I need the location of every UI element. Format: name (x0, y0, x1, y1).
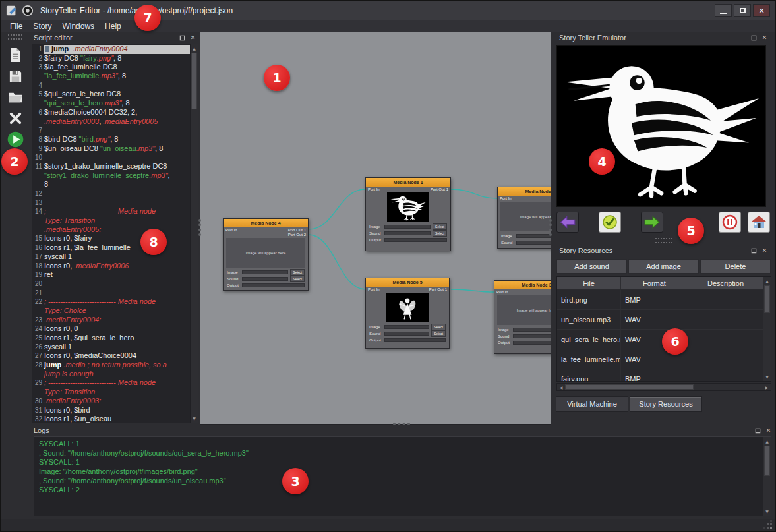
code-line[interactable]: 23.mediaEntry0004: (32, 316, 190, 325)
close-button[interactable]: ✕ (753, 4, 770, 17)
node-select-button[interactable]: Select (431, 330, 446, 337)
table-row[interactable]: un_oiseau.mp3WAV (557, 310, 763, 330)
code-line[interactable]: 19ret (32, 270, 190, 280)
port-in[interactable]: Port In (496, 290, 508, 295)
scroll-down-icon[interactable]: ▼ (191, 416, 198, 421)
pause-button[interactable] (719, 212, 741, 233)
code-line[interactable]: 26syscall 1 (32, 343, 190, 352)
code-line[interactable]: Type: Choice (32, 307, 190, 316)
code-line[interactable]: 30.mediaEntry0003: (32, 397, 190, 406)
code-line[interactable]: 13 (32, 198, 190, 208)
home-button[interactable] (748, 212, 770, 233)
code-line[interactable]: 24Icons r0, 0 (32, 324, 190, 334)
code-line[interactable]: .mediaEntry0003, .mediaEntry0005 (32, 117, 190, 127)
graph-node[interactable]: Media Node 4Port InPort Out 1Port Out 2I… (223, 218, 309, 291)
code-line[interactable]: 22; ---------------------------- Media n… (32, 297, 190, 307)
save-button[interactable] (5, 67, 25, 86)
titlebar[interactable]: StoryTeller Editor - /home/anthony/ostpr… (1, 1, 775, 20)
menu-item-help[interactable]: Help (100, 22, 127, 31)
graph-node[interactable]: Media Node 1Port InPort Out 1ImageSelect… (365, 177, 451, 251)
code-line[interactable]: 2$fairy DC8 "fairy.png", 8 (32, 54, 190, 63)
port-out[interactable]: Port Out 1 (431, 187, 448, 192)
code-line[interactable]: 8 (32, 180, 190, 189)
back-button[interactable] (556, 212, 579, 233)
add-sound-button[interactable]: Add sound (556, 259, 627, 274)
script-editor-close-button[interactable]: ✕ (189, 34, 196, 42)
port-out[interactable]: Port Out 1Port Out 2 (288, 228, 306, 237)
menu-item-windows[interactable]: Windows (57, 22, 100, 31)
accept-button[interactable] (599, 212, 621, 233)
script-editor-float-button[interactable] (179, 34, 186, 42)
code-line[interactable]: 6$mediaChoice0004 DC32, 2, (32, 108, 190, 117)
code-line[interactable]: 1jump .mediaEntry0004 (32, 45, 190, 54)
port-in[interactable]: Port In (500, 196, 512, 201)
scroll-thumb[interactable] (191, 53, 197, 109)
forward-button[interactable] (641, 212, 663, 233)
splitter-canvas-dock[interactable] (549, 219, 552, 236)
node-canvas[interactable]: Media Node 4Port InPort Out 1Port Out 2I… (200, 32, 551, 425)
tab-story-resources[interactable]: Story Resources (630, 396, 702, 412)
code-line[interactable]: 8$bird DC8 "bird.png", 8 (32, 135, 190, 144)
minimize-button[interactable] (715, 4, 732, 17)
code-line[interactable]: 28jump .media ; no return possible, so a (32, 361, 190, 370)
node-select-button[interactable]: Select (290, 276, 305, 282)
code-line[interactable]: 4 (32, 81, 190, 90)
code-line[interactable]: 9$un_oiseau DC8 "un_oiseau.mp3", 8 (32, 144, 190, 154)
graph-node[interactable]: Media Node 2Port InPort Out 1Image will … (497, 187, 551, 249)
code-line[interactable]: 21 (32, 289, 190, 298)
code-line[interactable]: jump is enough (32, 370, 190, 379)
scroll-up-icon[interactable]: ▲ (763, 439, 771, 444)
port-in[interactable]: Port In (368, 287, 380, 292)
code-line[interactable]: 29; ---------------------------- Media n… (32, 378, 190, 388)
run-button[interactable] (5, 130, 25, 149)
cut-button[interactable] (5, 109, 25, 128)
new-document-button[interactable] (5, 45, 25, 65)
column-header-format[interactable]: Format (621, 277, 688, 289)
log-output[interactable]: SYSCALL: 1, Sound: "/home/anthony/ostpro… (39, 439, 761, 514)
column-header-file[interactable]: File (557, 277, 621, 289)
port-out[interactable]: Port Out 1 (429, 287, 447, 292)
code-line[interactable]: 18Icons r0, .mediaEntry0006 (32, 262, 190, 271)
resources-float-button[interactable] (750, 247, 758, 254)
menu-item-story[interactable]: Story (28, 22, 57, 31)
resources-close-button[interactable]: ✕ (761, 247, 768, 254)
logs-float-button[interactable] (754, 427, 761, 434)
code-line[interactable]: .mediaEntry0005: (32, 225, 190, 235)
scroll-thumb[interactable] (764, 446, 770, 476)
table-row[interactable]: la_fee_luminelle.mp3WAV (557, 349, 763, 369)
scroll-left-icon[interactable]: ◀ (558, 385, 564, 390)
code-line[interactable]: 10 (32, 153, 190, 162)
code-line[interactable]: "qui_sera_le_hero.mp3", 8 (32, 99, 190, 108)
code-line[interactable]: 7 (32, 126, 190, 135)
table-row[interactable]: fairy.pngBMP (557, 369, 763, 381)
table-hscrollbar[interactable]: ◀ ▶ (556, 383, 771, 391)
code-line[interactable]: Type: Transition (32, 216, 190, 225)
scroll-thumb[interactable] (764, 285, 770, 313)
scroll-up-icon[interactable]: ▲ (191, 46, 198, 51)
code-line[interactable]: 12 (32, 189, 190, 198)
graph-node[interactable]: Media Node 5Port InPort Out 1ImageSelect… (365, 278, 450, 349)
port-in[interactable]: Port In (368, 187, 380, 192)
code-line[interactable]: 11$story1_drako_luminelle_sceptre DC8 (32, 162, 190, 171)
code-line[interactable]: 20 (32, 280, 190, 289)
scroll-thumb[interactable] (565, 384, 694, 390)
table-row[interactable]: qui_sera_le_hero.mp3WAV (557, 330, 763, 349)
code-line[interactable]: 31Icons r0, $bird (32, 406, 190, 415)
scroll-down-icon[interactable]: ▼ (763, 509, 771, 514)
code-line[interactable]: 27Icons r0, $mediaChoice0004 (32, 351, 190, 361)
table-row[interactable]: bird.pngBMP (557, 290, 763, 310)
scroll-down-icon[interactable]: ▼ (763, 374, 771, 379)
node-select-button[interactable]: Select (290, 269, 305, 276)
splitter-canvas-logs[interactable] (393, 423, 410, 425)
scroll-up-icon[interactable]: ▲ (763, 279, 771, 283)
port-in[interactable]: Port In (225, 228, 237, 237)
logs-scrollbar[interactable]: ▲ ▼ (763, 437, 771, 516)
column-header-description[interactable]: Description (688, 277, 763, 289)
resize-grip[interactable] (770, 527, 772, 529)
node-select-button[interactable]: Select (433, 223, 447, 230)
logs-close-button[interactable]: ✕ (765, 427, 772, 434)
script-scrollbar[interactable]: ▲ ▼ (190, 44, 198, 423)
scroll-right-icon[interactable]: ▶ (763, 385, 770, 390)
tab-virtual-machine[interactable]: Virtual Machine (556, 396, 628, 412)
emulator-float-button[interactable] (750, 34, 758, 42)
